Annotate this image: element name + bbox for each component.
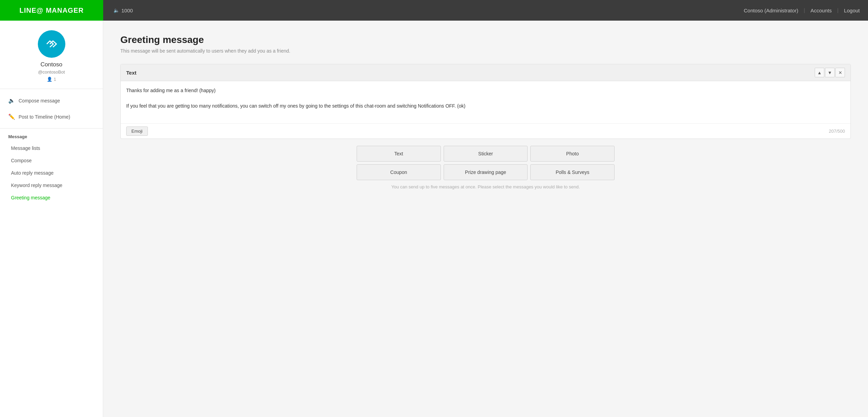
- sidebar-item-compose-message[interactable]: 🔈 Compose message: [0, 92, 103, 109]
- add-text-button[interactable]: Text: [357, 146, 441, 162]
- profile-handle: @contosoBot: [38, 69, 65, 75]
- page-subtitle: This message will be sent automatically …: [120, 48, 851, 54]
- page-title: Greeting message: [120, 34, 851, 45]
- move-down-button[interactable]: ▼: [825, 68, 835, 77]
- followers-count: 1: [54, 77, 56, 82]
- sidebar-item-auto-reply-message[interactable]: Auto reply message: [0, 167, 103, 179]
- sidebar: Contoso @contosoBot 👤 1 🔈 Compose messag…: [0, 21, 103, 417]
- avatar: [38, 30, 65, 58]
- add-message-grid: Text Sticker Photo Coupon Prize drawing …: [357, 146, 615, 180]
- bottom-hint: You can send up to five messages at once…: [120, 184, 851, 189]
- add-prize-drawing-button[interactable]: Prize drawing page: [444, 164, 528, 180]
- post-timeline-label: Post to Timeline (Home): [19, 114, 70, 120]
- add-coupon-button[interactable]: Coupon: [357, 164, 441, 180]
- content-area: Greeting message This message will be se…: [103, 21, 868, 417]
- remove-card-button[interactable]: ✕: [835, 68, 845, 77]
- emoji-button[interactable]: Emoji: [126, 127, 148, 136]
- accounts-link[interactable]: Accounts: [811, 8, 832, 13]
- sidebar-item-keyword-reply-message[interactable]: Keyword reply message: [0, 179, 103, 191]
- sidebar-main-nav: 🔈 Compose message ✏️ Post to Timeline (H…: [0, 89, 103, 129]
- char-count: 207/500: [829, 129, 845, 134]
- message-textarea[interactable]: [121, 81, 850, 122]
- message-card-header: Text ▲ ▼ ✕: [121, 64, 850, 81]
- top-right-nav: Contoso (Administrator) | Accounts | Log…: [744, 8, 860, 13]
- add-polls-surveys-button[interactable]: Polls & Surveys: [530, 164, 615, 180]
- compose-message-label: Compose message: [19, 98, 60, 103]
- card-title: Text: [126, 70, 137, 76]
- speaker-nav-icon: 🔈: [8, 97, 15, 104]
- sidebar-item-message-lists[interactable]: Message lists: [0, 142, 103, 154]
- brand-logo: LINE@ MANAGER: [0, 0, 103, 21]
- sidebar-item-post-timeline[interactable]: ✏️ Post to Timeline (Home): [0, 109, 103, 125]
- message-card-footer: Emoji 207/500: [121, 123, 850, 139]
- sidebar-item-compose[interactable]: Compose: [0, 154, 103, 167]
- followers-icon: 👤: [47, 77, 52, 82]
- user-label: Contoso (Administrator): [744, 8, 798, 13]
- top-navigation: 🔈 1000 Contoso (Administrator) | Account…: [0, 0, 868, 21]
- card-controls: ▲ ▼ ✕: [815, 68, 845, 77]
- sidebar-item-greeting-message[interactable]: Greeting message: [0, 191, 103, 204]
- logout-link[interactable]: Logout: [844, 8, 860, 13]
- message-card: Text ▲ ▼ ✕ Emoji 207/500: [120, 64, 851, 139]
- message-section-title: Message: [0, 129, 103, 142]
- move-up-button[interactable]: ▲: [815, 68, 824, 77]
- profile-name: Contoso: [41, 61, 62, 68]
- add-photo-button[interactable]: Photo: [530, 146, 615, 162]
- add-sticker-button[interactable]: Sticker: [444, 146, 528, 162]
- edit-nav-icon: ✏️: [8, 113, 15, 120]
- sidebar-message-section: Message Message lists Compose Auto reply…: [0, 129, 103, 204]
- speaker-icon: 🔈: [113, 8, 119, 13]
- sidebar-profile: Contoso @contosoBot 👤 1: [0, 21, 103, 89]
- profile-followers: 👤 1: [47, 77, 56, 82]
- follower-count: 1000: [121, 8, 133, 13]
